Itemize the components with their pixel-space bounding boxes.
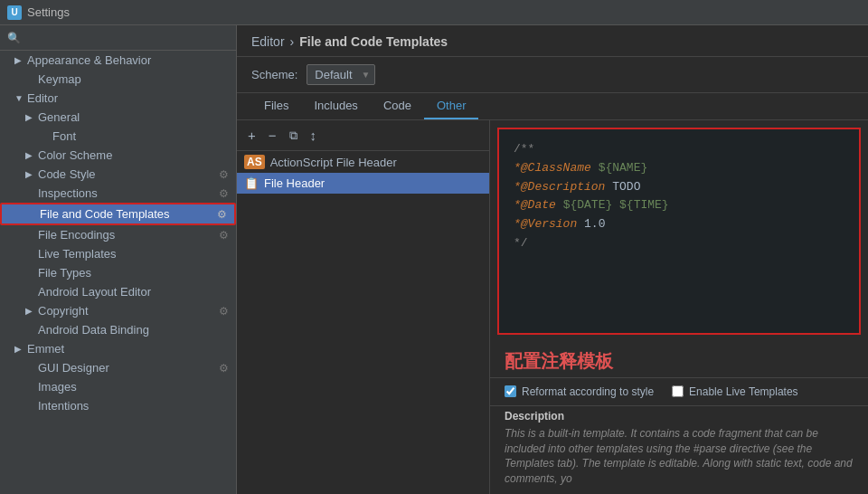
expand-arrow: ▶ — [25, 169, 34, 179]
sidebar-item-label: Copyright — [38, 304, 215, 318]
sidebar-item-images[interactable]: Images — [0, 377, 236, 396]
sidebar-item-general[interactable]: ▶ General — [0, 108, 236, 127]
sidebar-item-fileandcodetemplates[interactable]: File and Code Templates ⚙ — [0, 203, 236, 225]
sidebar-item-codestyle[interactable]: ▶ Code Style ⚙ — [0, 165, 236, 184]
sidebar-item-label: Emmet — [27, 342, 229, 356]
tab-includes[interactable]: Includes — [301, 93, 370, 119]
code-editor[interactable]: /** *@ClassName ${NAME} *@Description TO… — [497, 128, 861, 335]
sidebar-item-inspections[interactable]: Inspections ⚙ — [0, 184, 236, 203]
tab-code[interactable]: Code — [371, 93, 424, 119]
reformat-checkbox[interactable] — [505, 385, 516, 397]
code-line-4: *@Date ${DATE} ${TIME} — [514, 196, 844, 215]
sidebar-item-copyright[interactable]: ▶ Copyright ⚙ — [0, 301, 236, 320]
move-template-button[interactable]: ↕ — [307, 126, 321, 145]
sidebar-item-label: File and Code Templates — [40, 207, 213, 221]
template-toolbar: + − ⧉ ↕ — [237, 120, 489, 151]
add-template-button[interactable]: + — [244, 126, 259, 145]
sidebar-item-livetemplates[interactable]: Live Templates — [0, 244, 236, 263]
search-input[interactable] — [26, 31, 229, 44]
template-item-actionscript[interactable]: AS ActionScript File Header — [237, 151, 489, 173]
chinese-title: 配置注释模板 — [490, 342, 868, 377]
scheme-row: Scheme: Default ▼ — [237, 57, 868, 93]
expand-arrow: ▶ — [14, 344, 24, 354]
content-header: Editor › File and Code Templates — [237, 25, 868, 57]
enable-live-templates-label: Enable Live Templates — [689, 385, 798, 398]
settings-icon: ⚙ — [219, 362, 229, 375]
scheme-select[interactable]: Default — [307, 64, 375, 85]
code-line-3: *@Description TODO — [514, 178, 844, 197]
breadcrumb-editor: Editor — [251, 34, 285, 49]
enable-live-templates-checkbox[interactable] — [672, 385, 684, 397]
expand-arrow: ▶ — [25, 112, 34, 122]
sidebar-item-editor[interactable]: ▼ Editor — [0, 89, 236, 108]
sidebar-item-label: Code Style — [38, 167, 215, 181]
code-line-6: */ — [514, 234, 844, 253]
sidebar-item-keymap[interactable]: Keymap — [0, 70, 236, 89]
sidebar-item-label: Android Data Binding — [38, 323, 229, 337]
app-icon: U — [7, 5, 22, 20]
search-bar: 🔍 — [0, 25, 236, 51]
search-icon: 🔍 — [7, 32, 21, 44]
sidebar-item-label: Intentions — [38, 399, 229, 413]
breadcrumb-sep: › — [290, 34, 295, 49]
copy-template-button[interactable]: ⧉ — [286, 127, 301, 145]
expand-arrow: ▼ — [14, 93, 24, 103]
sidebar-item-emmet[interactable]: ▶ Emmet — [0, 339, 236, 358]
settings-icon: ⚙ — [219, 229, 229, 242]
reformat-checkbox-row[interactable]: Reformat according to style — [505, 385, 654, 398]
code-line-1: /** — [514, 140, 844, 159]
description-section: Description This is a built-in template.… — [490, 405, 868, 494]
tabs-row: Files Includes Code Other — [237, 93, 868, 120]
sidebar-item-androidlayouteditor[interactable]: Android Layout Editor — [0, 282, 236, 301]
template-item-fileheader[interactable]: 📋 File Header — [237, 173, 489, 194]
file-header-icon: 📋 — [244, 176, 259, 190]
template-item-label: ActionScript File Header — [270, 156, 397, 169]
template-item-label: File Header — [264, 176, 325, 190]
sidebar-item-fileencodings[interactable]: File Encodings ⚙ — [0, 225, 236, 244]
sidebar-item-label: Keymap — [38, 72, 229, 86]
title-bar: U Settings — [0, 0, 868, 25]
scheme-select-wrapper: Default ▼ — [307, 64, 375, 85]
reformat-label: Reformat according to style — [522, 385, 654, 398]
breadcrumb-current: File and Code Templates — [299, 34, 448, 49]
description-title: Description — [505, 410, 854, 423]
right-panel: /** *@ClassName ${NAME} *@Description TO… — [490, 120, 868, 494]
code-line-5: *@Version 1.0 — [514, 215, 844, 234]
sidebar: 🔍 ▶ Appearance & Behavior Keymap ▼ Edito… — [0, 25, 237, 494]
sidebar-item-label: Images — [38, 380, 229, 394]
sidebar-item-guidesigner[interactable]: GUI Designer ⚙ — [0, 358, 236, 377]
bottom-options: Reformat according to style Enable Live … — [490, 377, 868, 405]
settings-icon: ⚙ — [219, 305, 229, 318]
sidebar-item-label: Appearance & Behavior — [27, 53, 229, 67]
sidebar-item-font[interactable]: Font — [0, 127, 236, 146]
sidebar-item-label: General — [38, 110, 229, 124]
tab-other[interactable]: Other — [424, 93, 479, 119]
window-title: Settings — [27, 5, 70, 19]
sidebar-item-colorscheme[interactable]: ▶ Color Scheme — [0, 146, 236, 165]
sidebar-item-label: GUI Designer — [38, 361, 215, 375]
remove-template-button[interactable]: − — [265, 126, 280, 145]
sidebar-item-appearance[interactable]: ▶ Appearance & Behavior — [0, 51, 236, 70]
sidebar-item-androiddatabinding[interactable]: Android Data Binding — [0, 320, 236, 339]
breadcrumb: Editor › File and Code Templates — [251, 34, 448, 49]
expand-arrow: ▶ — [25, 150, 34, 160]
tab-files[interactable]: Files — [251, 93, 301, 119]
enable-live-templates-checkbox-row[interactable]: Enable Live Templates — [672, 385, 798, 398]
settings-icon: ⚙ — [217, 208, 227, 221]
settings-icon: ⚙ — [219, 187, 229, 200]
sidebar-item-label: Inspections — [38, 186, 215, 200]
expand-arrow: ▶ — [14, 55, 24, 65]
sidebar-item-intentions[interactable]: Intentions — [0, 396, 236, 415]
template-list: AS ActionScript File Header 📋 File Heade… — [237, 151, 489, 494]
description-text: This is a built-in template. It contains… — [505, 426, 854, 487]
expand-arrow: ▶ — [25, 306, 34, 316]
sidebar-item-label: Android Layout Editor — [38, 285, 229, 299]
code-line-2: *@ClassName ${NAME} — [514, 159, 844, 178]
as-file-icon: AS — [244, 155, 265, 169]
sidebar-item-label: Live Templates — [38, 247, 229, 261]
settings-icon: ⚙ — [219, 168, 229, 181]
sidebar-item-label: Editor — [27, 91, 229, 105]
sidebar-item-filetypes[interactable]: File Types — [0, 263, 236, 282]
sidebar-item-label: File Encodings — [38, 228, 215, 242]
sidebar-item-label: Color Scheme — [38, 148, 229, 162]
